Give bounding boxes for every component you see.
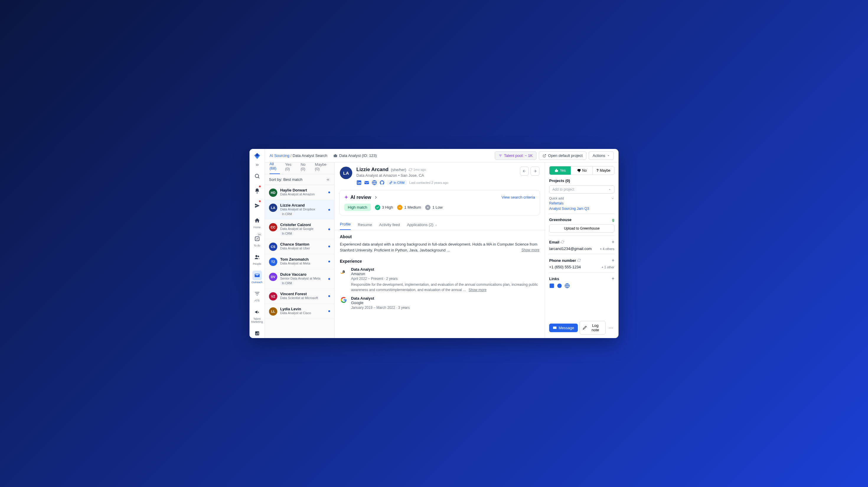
tab-yes[interactable]: Yes (0) — [285, 162, 295, 174]
candidate-row[interactable]: HD Haylie Dorwart Data Analyst at Amazon — [265, 185, 334, 200]
about-show-more[interactable]: Show more — [521, 247, 539, 253]
ptab-profile[interactable]: Profile — [340, 222, 351, 230]
sparkle-icon: ✦ — [344, 195, 348, 200]
todo-badge: 14 — [257, 233, 262, 236]
add-link-button[interactable]: + — [612, 276, 614, 281]
tab-maybe[interactable]: Maybe (0) — [315, 162, 330, 174]
vote-yes-button[interactable]: Yes — [550, 166, 571, 175]
candidate-row[interactable]: VZ Vincent Forest Data Scientist at Micr… — [265, 289, 334, 304]
exp-title: Data Analyst — [351, 296, 539, 300]
brand-logo[interactable] — [253, 152, 261, 160]
collapse-list-button[interactable] — [326, 178, 330, 182]
globe-icon[interactable] — [372, 180, 377, 185]
next-candidate-button[interactable] — [531, 167, 539, 175]
candidate-list[interactable]: HD Haylie Dorwart Data Analyst at Amazon… — [265, 185, 334, 338]
open-project-button[interactable]: Open default project — [539, 151, 586, 160]
ptab-resume[interactable]: Resume — [358, 223, 372, 230]
detail-pronoun: (she/her) — [391, 168, 406, 172]
nav-share[interactable] — [251, 199, 264, 212]
profile-body: About Experienced data analyst with a st… — [335, 230, 545, 314]
svg-point-11 — [358, 181, 358, 182]
nav-home[interactable]: Home — [251, 213, 264, 230]
nav-talent-marketing[interactable]: Talent Marketing — [251, 305, 264, 325]
thumbs-up-icon — [554, 168, 559, 173]
candidate-row[interactable]: TZ Tom Zeromatch Data Analyst at Meta — [265, 254, 334, 269]
nav-ats[interactable]: ATS — [251, 287, 264, 304]
candidate-row[interactable]: LA Lizzie Arcand Data Analyst at Dropbox… — [265, 200, 334, 220]
nav-search[interactable] — [251, 169, 264, 183]
svg-rect-12 — [365, 181, 369, 184]
nav-notifications[interactable] — [251, 184, 264, 197]
more-actions-button[interactable]: ⋯ — [607, 325, 614, 331]
candidate-title: Data Analyst at Dropbox — [280, 207, 330, 211]
job-chip: Data Analyst (ID: 123) — [333, 153, 377, 158]
candidate-name: Dulce Vaccaro — [280, 272, 330, 277]
upload-greenhouse-button[interactable]: Upload to Greenhouse — [549, 224, 614, 233]
view-criteria-link[interactable]: View search criteria — [502, 195, 535, 199]
prev-candidate-button[interactable] — [520, 167, 529, 175]
candidate-avatar: LA — [269, 204, 277, 212]
linkedin-icon[interactable] — [356, 180, 362, 185]
candidate-name: Vincent Forest — [280, 292, 330, 296]
high-count: 3 High — [375, 205, 393, 210]
github-icon[interactable] — [557, 283, 562, 288]
quick-add-sourcing[interactable]: Analyst Sourcing Jam Q3 — [549, 206, 614, 211]
svg-rect-7 — [257, 333, 258, 335]
nav-people[interactable]: People — [251, 250, 264, 267]
sort-label[interactable]: Sort by: Best match — [269, 177, 302, 182]
unread-dot — [328, 278, 330, 280]
greenhouse-icon: g — [612, 218, 614, 222]
candidate-row[interactable]: LL Lydia Levin Data Analyst at Cisco — [265, 304, 334, 319]
candidate-avatar: TZ — [269, 258, 277, 266]
actions-button[interactable]: Actions — [589, 151, 614, 160]
main-area: AI Sourcing / Data Analyst Search Data A… — [265, 149, 619, 338]
greenhouse-heading: Greenhouse g — [549, 218, 614, 222]
email-icon[interactable] — [364, 180, 369, 185]
nav-outreach[interactable]: Outreach — [251, 268, 264, 285]
about-heading: About — [340, 234, 539, 239]
log-note-button[interactable]: Log note — [580, 321, 606, 335]
ptab-apps[interactable]: Applications (2) — [407, 223, 437, 230]
breadcrumb-root[interactable]: AI Sourcing — [270, 153, 289, 158]
message-button[interactable]: Message — [549, 323, 578, 332]
thumbs-down-icon — [577, 168, 581, 173]
tab-all[interactable]: All (68) — [270, 162, 280, 174]
linkedin-icon[interactable] — [549, 283, 554, 288]
exp-title: Data Analyst — [351, 267, 539, 271]
chevron-down-icon[interactable] — [611, 197, 614, 200]
add-email-button[interactable]: + — [612, 239, 614, 245]
candidate-row[interactable]: CS Chance Stanton Data Analyst at Uber — [265, 239, 334, 254]
email-heading: Email — [549, 240, 564, 245]
company-logo: a⌣ — [340, 267, 347, 275]
nav-talent-compass[interactable]: Talent Compass — [251, 326, 264, 338]
ptab-feed[interactable]: Activity feed — [379, 223, 400, 230]
vote-row: Yes No ?Maybe — [549, 166, 614, 175]
exp-show-more[interactable]: Show more — [469, 288, 487, 292]
globe-icon[interactable] — [564, 283, 570, 288]
unread-dot — [328, 310, 330, 312]
vote-no-button[interactable]: No — [571, 166, 593, 175]
external-link-icon — [542, 154, 546, 157]
add-to-project-select[interactable]: Add to project — [549, 185, 614, 194]
nav-todo[interactable]: To do 14 — [251, 232, 264, 249]
candidate-row[interactable]: CC Cristofer Calzoni Data Analyst at Goo… — [265, 220, 334, 239]
app-window: Home To do 14 People Outreach ATS Talent… — [249, 149, 619, 338]
email-more[interactable]: + 4 others — [600, 247, 614, 251]
chevron-right-icon[interactable] — [373, 195, 378, 200]
quick-add-referrals[interactable]: Referrals — [549, 201, 614, 205]
expand-nav-button[interactable] — [253, 163, 261, 167]
greenhouse-section: Greenhouse g Upload to Greenhouse — [549, 218, 614, 236]
github-icon[interactable] — [379, 180, 385, 185]
refresh-icon[interactable] — [577, 259, 581, 262]
candidate-row[interactable]: DV Dulce Vaccaro Senior Data Analyst at … — [265, 269, 334, 289]
phone-more[interactable]: + 1 other — [601, 265, 614, 269]
add-phone-button[interactable]: + — [612, 258, 614, 263]
candidate-title: Senior Data Analyst at Meta — [280, 277, 330, 280]
detail-header: LA Lizzie Arcand (she/her) 1mo ago Data … — [335, 163, 545, 188]
talent-pool-button[interactable]: Talent pool: ~ 1K — [495, 151, 536, 160]
tab-no[interactable]: No (0) — [301, 162, 309, 174]
nav-ats-label: ATS — [254, 299, 259, 302]
vote-maybe-button[interactable]: ?Maybe — [593, 166, 614, 175]
unread-dot — [328, 192, 330, 193]
refresh-icon[interactable] — [561, 240, 564, 244]
